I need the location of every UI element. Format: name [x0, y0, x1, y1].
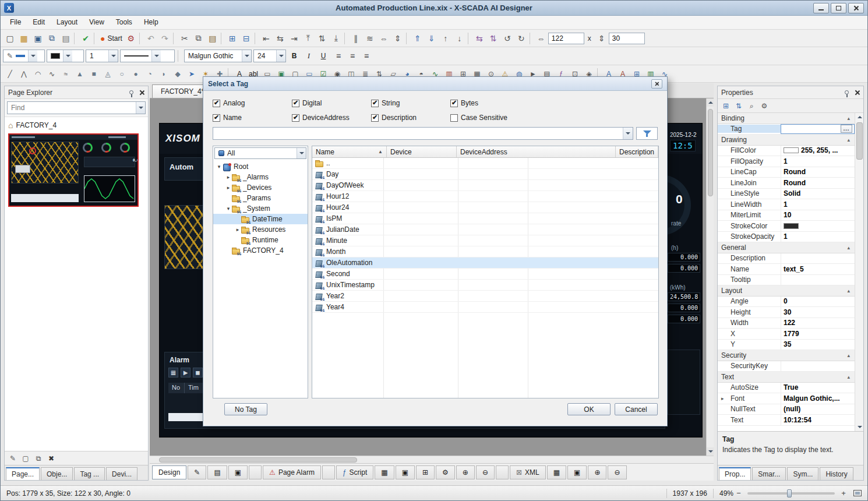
script-save-icon[interactable]: ▣ [396, 465, 415, 479]
tree-expander-icon[interactable]: ▸ [225, 174, 232, 180]
line-style-dropdown[interactable] [151, 50, 161, 62]
line-width-dropdown[interactable] [108, 50, 118, 62]
prop-group-binding[interactable]: Binding ▴ [718, 113, 855, 124]
align-left-icon[interactable]: ⇤ [259, 31, 273, 45]
flip-horizontal-icon[interactable]: ⇆ [472, 31, 486, 45]
prop-row-linestyle[interactable]: LineStyle Solid ▴ [718, 189, 855, 200]
align-center-icon[interactable]: ⇆ [273, 31, 287, 45]
pin-icon[interactable] [845, 90, 849, 94]
alarm-grid-icon[interactable]: ▦ [168, 368, 178, 377]
tree-expander-icon[interactable]: ▾ [225, 206, 232, 211]
distribute-horizontal-icon[interactable]: ∥ [349, 31, 363, 45]
design-edit-icon[interactable]: ✎ [188, 465, 206, 479]
property-value[interactable]: 1779 [781, 329, 855, 339]
column-header[interactable]: Device [387, 146, 457, 157]
font-size-dropdown[interactable] [276, 50, 285, 62]
collapse-icon[interactable]: ▴ [847, 245, 850, 250]
new-page-icon[interactable]: ▢ [20, 453, 31, 464]
status-block[interactable] [668, 350, 700, 415]
pen-color-dropdown[interactable] [28, 50, 37, 62]
collapse-icon[interactable]: ▴ [847, 374, 850, 380]
canvas-vertical-scrollbar[interactable] [706, 98, 714, 456]
same-width-icon[interactable]: ⇔ [377, 31, 391, 45]
collapse-icon[interactable]: ▴ [847, 352, 850, 358]
tree-item-devices[interactable]: ▸ SG _Devices [213, 182, 308, 193]
canvas-horizontal-scrollbar[interactable] [150, 456, 714, 463]
scroll-up-icon[interactable] [855, 113, 863, 121]
property-value[interactable]: text_5 [781, 264, 855, 274]
column-header[interactable]: Description [616, 146, 658, 157]
tree-item-datetime[interactable]: SG DateTime [213, 214, 308, 224]
diamond-tool[interactable]: ◆ [171, 67, 185, 81]
property-value[interactable]: 1 [781, 156, 855, 167]
prop-row-linejoin[interactable]: LineJoin Round ▴ [718, 178, 855, 189]
bezier-tool[interactable]: ∿ [45, 67, 59, 81]
align-top-icon[interactable]: ⤒ [301, 31, 315, 45]
readout-value[interactable]: 24,500.8 [668, 292, 700, 301]
menu-tools[interactable]: Tools [110, 16, 138, 29]
tree-scope-select[interactable]: All [214, 147, 306, 159]
property-value[interactable]: 0 [781, 297, 855, 307]
properties-scroll-thumb[interactable] [856, 122, 863, 160]
line-width-select[interactable]: 1 [86, 50, 118, 62]
readout-value[interactable]: 0.000 [668, 315, 700, 323]
property-settings-icon[interactable]: ⚙ [758, 100, 770, 112]
zoom-slider-thumb[interactable] [787, 489, 792, 498]
menu-help[interactable]: Help [138, 16, 164, 29]
tree-item-system[interactable]: ▾ SG _System [213, 203, 308, 214]
tab-properties[interactable]: Prop... [719, 467, 751, 480]
triangle-tool[interactable]: ▲ [73, 67, 87, 81]
tree-item-params[interactable]: SG _Params [213, 193, 308, 203]
menu-edit[interactable]: Edit [27, 16, 51, 29]
tag-table-row[interactable]: SG IsPM [312, 213, 658, 224]
same-height-icon[interactable]: ⇕ [391, 31, 405, 45]
flip-vertical-icon[interactable]: ⇅ [486, 31, 500, 45]
xml-open-icon[interactable]: ▦ [547, 465, 566, 479]
dialog-title-bar[interactable]: Select a Tag [203, 77, 667, 91]
page-date-text[interactable]: 2025-12-2 [670, 132, 697, 138]
import-icon[interactable]: ▤ [59, 31, 73, 45]
italic-button[interactable]: I [302, 50, 315, 62]
search-dropdown[interactable] [623, 128, 633, 139]
tab-objects[interactable]: Obje... [41, 467, 73, 480]
tab-symbols[interactable]: Sym... [787, 467, 818, 480]
checkbox-digital[interactable]: ✔ Digital [292, 99, 322, 107]
xml-zoom-out-icon[interactable]: ⊖ [608, 465, 626, 479]
checkbox-bytes[interactable]: ✔ Bytes [450, 99, 478, 107]
tag-table-row[interactable]: SG DayOfWeek [312, 180, 658, 191]
size-width-icon[interactable]: ⇔ [534, 31, 548, 45]
alarm-play-icon[interactable]: ▶ [181, 368, 190, 377]
property-value[interactable]: 1 [781, 232, 855, 242]
bring-forward-icon[interactable]: ↑ [439, 31, 453, 45]
xml-zoom-in-icon[interactable]: ⊕ [588, 465, 606, 479]
no-tag-button[interactable]: No Tag [224, 403, 267, 415]
scope-dropdown[interactable] [297, 148, 306, 158]
tree-item-alarms[interactable]: ▸ SG _Alarms [213, 172, 308, 182]
rectangle-tool[interactable]: ■ [87, 67, 101, 81]
validate-icon[interactable]: ✔ [79, 31, 93, 45]
close-panel-icon[interactable] [855, 90, 860, 95]
prop-row-autosize[interactable]: AutoSize True ▴ [718, 383, 855, 394]
collapse-icon[interactable]: ▴ [847, 115, 850, 121]
tag-table-row[interactable]: SG Hour12 [312, 191, 658, 202]
send-to-back-icon[interactable]: ⇓ [425, 31, 439, 45]
tag-table-row[interactable]: SG UnixTimestamp [312, 280, 658, 291]
property-value[interactable]: 122 [781, 318, 855, 329]
prop-row-strokeopacity[interactable]: StrokeOpacity 1 ▴ [718, 232, 855, 243]
property-value[interactable]: Solid [781, 189, 855, 199]
readout-value[interactable]: 0.000 [668, 264, 700, 273]
property-value[interactable]: Round [781, 178, 855, 188]
script-open-icon[interactable]: ▦ [375, 465, 394, 479]
prop-row-font[interactable]: ▸ Font Malgun Gothic,... ▴ [718, 393, 855, 404]
object-width-input[interactable]: 122 [548, 33, 584, 44]
prop-row-tooltip[interactable]: Tooltip ▴ [718, 275, 855, 286]
tab-tags[interactable]: Tag ... [74, 467, 105, 480]
prop-row-angle[interactable]: Angle 0 ▴ [718, 297, 855, 308]
tag-table-row[interactable]: SG Month [312, 246, 658, 257]
property-value[interactable]: (null) [781, 404, 855, 415]
minimize-button[interactable] [813, 3, 829, 13]
tag-table-row[interactable]: SG Year4 [312, 302, 658, 313]
property-value[interactable]: 10:12:54 [781, 415, 855, 425]
tag-table-row[interactable]: SG Second [312, 269, 658, 280]
underline-button[interactable]: U [317, 50, 330, 62]
